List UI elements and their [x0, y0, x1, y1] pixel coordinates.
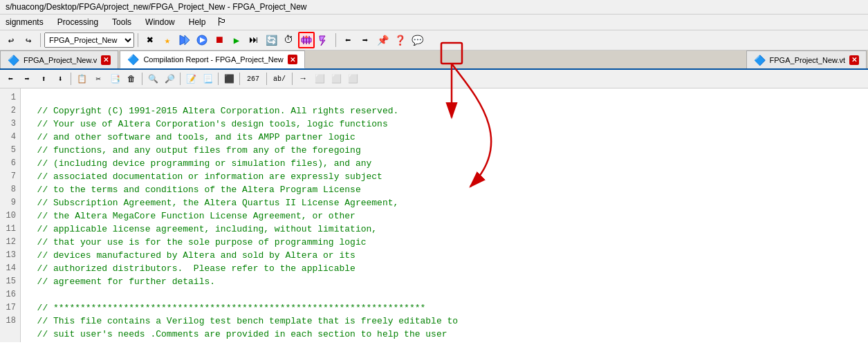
- et-num: 267: [243, 71, 264, 86]
- separator-3: [335, 33, 336, 47]
- undo-button[interactable]: ↩: [3, 32, 19, 48]
- et-arrow[interactable]: →: [295, 71, 311, 86]
- et-delete[interactable]: 🗑: [124, 71, 139, 86]
- et-sq1[interactable]: ⬜: [312, 71, 327, 86]
- separator-1: [40, 33, 41, 47]
- tab-verilog[interactable]: 🔷 FPGA_Project_New.v ✕: [0, 50, 118, 68]
- nav-right-button[interactable]: ➡: [357, 32, 373, 48]
- highlighted-group: [298, 32, 332, 48]
- svg-marker-9: [320, 36, 325, 46]
- et-sep1: [71, 73, 71, 85]
- et-indent[interactable]: ⬆: [36, 71, 51, 86]
- help-button[interactable]: ❓: [391, 32, 408, 48]
- et-sep5: [239, 73, 240, 85]
- svg-marker-1: [185, 35, 190, 45]
- open-button[interactable]: ✖: [142, 32, 158, 48]
- et-sep7: [292, 73, 293, 85]
- tab-compilation-close[interactable]: ✕: [288, 55, 297, 64]
- reload-button[interactable]: 🔄: [263, 32, 279, 48]
- et-copy[interactable]: 📋: [74, 71, 89, 86]
- nav-group: ⬅ ➡ 📌 ❓ 💬: [340, 32, 425, 48]
- action-buttons-group: ✖ ★ ⏹ ▶ ⏭ 🔄 ⏱: [142, 32, 297, 48]
- editor-toolbar: ⬅ ➡ ⬆ ⬇ 📋 ✂ 📑 🗑 🔍 🔎 📝 📃 ⬛ 267 ab/ → ⬜ ⬜ …: [0, 70, 868, 88]
- arrow-btn[interactable]: [194, 32, 210, 48]
- svg-marker-8: [304, 35, 308, 38]
- clock-button[interactable]: ⏱: [280, 32, 297, 48]
- et-search[interactable]: 🔍: [145, 71, 160, 86]
- separator-2: [138, 33, 138, 47]
- tab-bar: 🔷 FPGA_Project_New.v ✕ 🔷 Compilation Rep…: [0, 50, 868, 70]
- compile-btn[interactable]: [176, 32, 193, 48]
- et-sep2: [142, 73, 142, 85]
- title-text: s/huacong/Desktop/FPGA/project_new/FPGA_…: [6, 2, 307, 12]
- star-button[interactable]: ★: [159, 32, 176, 48]
- et-back[interactable]: ⬅: [3, 71, 18, 86]
- fast-forward-button[interactable]: ⏭: [246, 32, 262, 48]
- menu-assignments[interactable]: signments: [3, 16, 46, 28]
- code-area: 1 2 3 4 5 6 7 8 9 10 11 12 13 14 15 16 1…: [0, 88, 868, 342]
- menu-help[interactable]: Help: [186, 16, 209, 28]
- et-sep3: [180, 73, 181, 85]
- menu-window[interactable]: Window: [142, 16, 178, 28]
- pin-button[interactable]: 📌: [374, 32, 391, 48]
- tab-compilation-label: Compilation Report - FPGA_Project_New: [143, 55, 283, 64]
- et-sq3[interactable]: ⬜: [345, 71, 360, 86]
- tab-verilog-icon: 🔷: [8, 55, 19, 66]
- et-ab[interactable]: ab/: [270, 71, 289, 86]
- menu-processing[interactable]: Processing: [55, 16, 101, 28]
- stop-button[interactable]: ⏹: [211, 32, 228, 48]
- redo-button[interactable]: ↪: [20, 32, 37, 48]
- chat-button[interactable]: 💬: [409, 32, 425, 48]
- et-cut[interactable]: ✂: [91, 71, 106, 86]
- undo-redo-group: ↩ ↪: [3, 32, 37, 48]
- title-bar: s/huacong/Desktop/FPGA/project_new/FPGA_…: [0, 0, 868, 15]
- et-sep6: [266, 73, 267, 85]
- project-select[interactable]: FPGA_Project_New: [44, 32, 134, 48]
- tab-vt[interactable]: 🔷 FPGA_Project_New.vt ✕: [746, 50, 867, 68]
- line-numbers: 1 2 3 4 5 6 7 8 9 10 11 12 13 14 15 16 1…: [0, 88, 21, 342]
- main-container: s/huacong/Desktop/FPGA/project_new/FPGA_…: [0, 0, 868, 356]
- menu-bar: signments Processing Tools Window Help 🏳: [0, 15, 868, 30]
- code-content[interactable]: // Copyright (C) 1991-2015 Altera Corpor…: [21, 88, 868, 342]
- menu-tools[interactable]: Tools: [109, 16, 134, 28]
- et-fwd[interactable]: ➡: [19, 71, 35, 86]
- help-icon: 🏳: [216, 16, 228, 28]
- et-uncomment[interactable]: 📃: [200, 71, 215, 86]
- nav-left-button[interactable]: ⬅: [340, 32, 356, 48]
- main-toolbar: ↩ ↪ FPGA_Project_New ✖ ★ ⏹ ▶ ⏭: [0, 30, 868, 50]
- tab-compilation-icon: 🔷: [127, 54, 139, 65]
- play-button[interactable]: ▶: [228, 32, 245, 48]
- tab-spacer: [306, 50, 746, 68]
- et-block[interactable]: ⬛: [221, 71, 237, 86]
- tab-vt-icon: 🔷: [754, 55, 766, 66]
- tab-vt-close[interactable]: ✕: [849, 55, 859, 65]
- tab-vt-label: FPGA_Project_New.vt: [770, 56, 845, 64]
- tab-verilog-label: FPGA_Project_New.v: [24, 56, 97, 64]
- et-sep4: [218, 73, 219, 85]
- et-paste[interactable]: 📑: [107, 71, 122, 86]
- et-replace[interactable]: 🔎: [162, 71, 177, 86]
- et-comment[interactable]: 📝: [183, 71, 198, 86]
- tab-compilation[interactable]: 🔷 Compilation Report - FPGA_Project_New …: [120, 50, 304, 68]
- et-sq2[interactable]: ⬜: [329, 71, 344, 86]
- et-outdent[interactable]: ⬇: [53, 71, 68, 86]
- lightning-button[interactable]: [315, 32, 332, 48]
- highlighted-tool-button[interactable]: [298, 32, 315, 48]
- tab-verilog-close[interactable]: ✕: [101, 55, 111, 65]
